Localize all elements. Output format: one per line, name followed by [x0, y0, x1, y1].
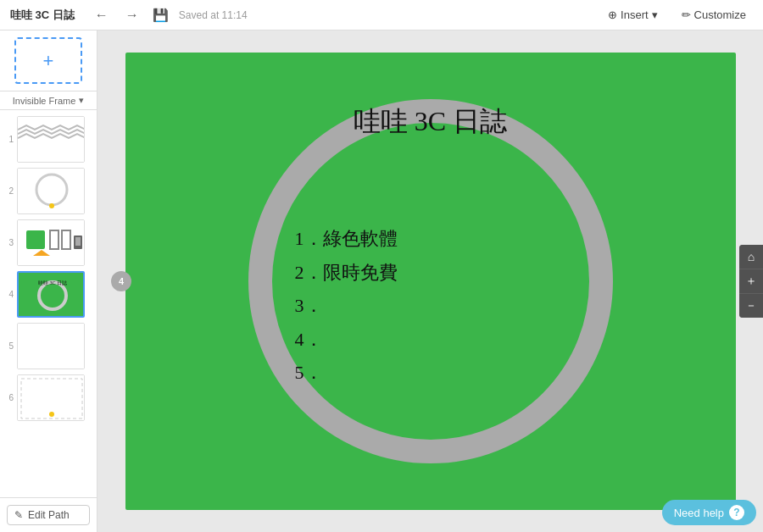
insert-button[interactable]: ⊕ Insert ▾: [601, 5, 665, 25]
customize-label: Customize: [694, 8, 746, 21]
list-item-5: 5．: [295, 356, 398, 390]
slide-thumb-1: [17, 116, 85, 163]
slides-panel: 1 2: [0, 110, 97, 497]
home-zoom-button[interactable]: ⌂: [739, 245, 763, 269]
slide-number-3: 3: [5, 238, 14, 247]
frame-label[interactable]: Invisible Frame ▾: [0, 91, 97, 110]
frame-dropdown-icon: ▾: [79, 95, 84, 106]
slide-thumb-5: [17, 323, 85, 369]
slide-badge: 4: [111, 271, 131, 291]
slide-canvas: 哇哇 3C 日誌 1．綠色軟體 2．限時免費 3． 4． 5．: [125, 53, 736, 510]
main-layout: + Invisible Frame ▾ 1: [0, 30, 763, 532]
svg-rect-5: [26, 230, 45, 249]
slide-title: 哇哇 3C 日誌: [354, 103, 507, 141]
topbar: 哇哇 3C 日誌 ← → 💾 Saved at 11:14 ⊕ Insert ▾…: [0, 0, 763, 30]
list-item-1: 1．綠色軟體: [295, 222, 398, 256]
slide-number-1: 1: [5, 135, 14, 144]
back-button[interactable]: ←: [92, 6, 112, 25]
frame-selector: +: [0, 30, 97, 91]
svg-rect-10: [75, 237, 81, 246]
slide-item-1[interactable]: 1: [0, 114, 97, 165]
zoom-controls: ⌂ ＋ －: [739, 245, 763, 318]
edit-path-button[interactable]: ✎ Edit Path: [7, 505, 90, 525]
list-item-3: 3．: [295, 289, 398, 323]
slide-number-2: 2: [5, 186, 14, 196]
edit-path-area: ✎ Edit Path: [0, 497, 97, 532]
need-help-button[interactable]: Need help ?: [662, 500, 756, 525]
sidebar: + Invisible Frame ▾ 1: [0, 30, 97, 532]
customize-icon: ✏: [682, 8, 691, 21]
add-icon: +: [43, 50, 54, 72]
help-icon: ?: [729, 505, 744, 520]
slide-item-2[interactable]: 2: [0, 165, 97, 217]
need-help-label: Need help: [674, 507, 724, 519]
slide-thumb-2: [17, 168, 85, 214]
svg-rect-11: [19, 273, 85, 318]
slide-number-5: 5: [5, 341, 14, 351]
slide-number-6: 6: [5, 393, 14, 402]
frame-label-text: Invisible Frame: [13, 96, 76, 106]
slide-list: 1．綠色軟體 2．限時免費 3． 4． 5．: [295, 222, 398, 390]
insert-label: Insert: [621, 8, 649, 21]
slide-thumb-4: 哇哇 3C 日誌: [17, 271, 85, 318]
slide-item-6[interactable]: 6: [0, 372, 97, 424]
slide-thumb-6: [17, 374, 85, 421]
svg-point-17: [49, 412, 54, 417]
forward-button[interactable]: →: [122, 6, 142, 25]
save-icon: 💾: [153, 8, 169, 23]
list-item-4: 4．: [295, 323, 398, 357]
zoom-out-button[interactable]: －: [739, 294, 763, 318]
add-frame-button[interactable]: +: [14, 37, 82, 84]
svg-rect-14: [18, 324, 85, 369]
svg-rect-0: [18, 117, 85, 163]
svg-point-3: [49, 203, 54, 208]
insert-dropdown-icon: ▾: [652, 8, 658, 21]
zoom-in-button[interactable]: ＋: [739, 269, 763, 293]
slide-item-5[interactable]: 5: [0, 320, 97, 372]
app-title: 哇哇 3C 日誌: [10, 8, 75, 23]
list-item-2: 2．限時免費: [295, 256, 398, 290]
edit-path-icon: ✎: [14, 509, 23, 521]
svg-text:哇哇 3C 日誌: 哇哇 3C 日誌: [38, 280, 67, 285]
slide-item-4[interactable]: 4 哇哇 3C 日誌: [0, 269, 97, 320]
insert-icon: ⊕: [608, 8, 617, 21]
edit-path-label: Edit Path: [28, 509, 70, 521]
slide-number-4: 4: [5, 290, 14, 299]
customize-button[interactable]: ✏ Customize: [675, 5, 753, 25]
slide-item-3[interactable]: 3: [0, 217, 97, 269]
slide-thumb-3: [17, 219, 85, 266]
saved-status: Saved at 11:14: [179, 9, 248, 21]
canvas-area: 4 哇哇 3C 日誌 1．綠色軟體 2．限時免費 3． 4． 5． ⌂ ＋ －: [97, 30, 763, 532]
